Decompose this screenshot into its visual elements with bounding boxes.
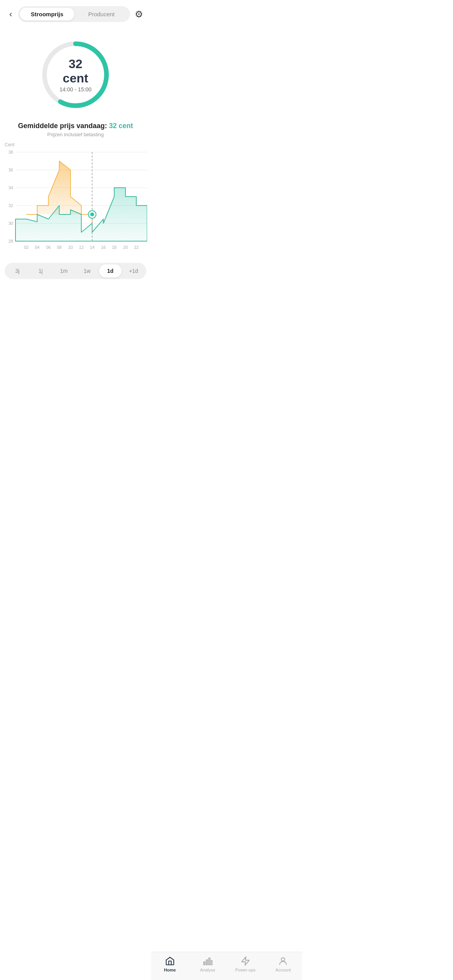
circular-gauge: 32 cent 14:00 - 15:00 [37, 36, 114, 113]
chart-container[interactable]: 38 36 34 32 30 28 [4, 148, 147, 257]
avg-section: Gemiddelde prijs vandaag: 32 cent Prijze… [0, 117, 151, 139]
settings-icon[interactable]: ⚙ [135, 9, 143, 20]
svg-text:16: 16 [101, 245, 106, 250]
chart-svg: 38 36 34 32 30 28 [4, 148, 147, 257]
gauge-center: 32 cent 14:00 - 15:00 [56, 57, 95, 93]
chart-y-label: Cent [4, 142, 147, 147]
svg-text:08: 08 [57, 245, 62, 250]
period-btn-plus1d[interactable]: +1d [122, 264, 145, 278]
period-section: 3j 1j 1m 1w 1d +1d [0, 257, 151, 285]
view-toggle: Stroomprijs Producent [18, 6, 130, 22]
svg-text:14: 14 [90, 245, 94, 250]
svg-text:18: 18 [112, 245, 117, 250]
avg-subtitle: Prijzen inclusief belasting [8, 132, 143, 137]
svg-text:06: 06 [46, 245, 51, 250]
svg-text:12: 12 [79, 245, 84, 250]
avg-price-label: Gemiddelde prijs vandaag: [18, 122, 109, 130]
svg-point-16 [90, 212, 94, 216]
gauge-time: 14:00 - 15:00 [56, 86, 95, 93]
avg-price-value: 32 cent [109, 122, 133, 130]
svg-text:22: 22 [134, 245, 139, 250]
gauge-section: 32 cent 14:00 - 15:00 [0, 28, 151, 117]
toggle-producent[interactable]: Producent [74, 8, 129, 21]
period-btn-3j[interactable]: 3j [6, 264, 29, 278]
chart-section: Cent 38 36 34 [0, 139, 151, 257]
toggle-stroomprijs[interactable]: Stroomprijs [20, 8, 74, 21]
svg-text:38: 38 [9, 150, 13, 154]
back-button[interactable]: ‹ [8, 8, 14, 21]
svg-text:10: 10 [68, 245, 73, 250]
period-btn-1m[interactable]: 1m [53, 264, 75, 278]
svg-text:32: 32 [9, 203, 13, 208]
avg-price-text: Gemiddelde prijs vandaag: 32 cent [8, 122, 143, 130]
svg-text:28: 28 [9, 239, 13, 243]
period-btn-1j[interactable]: 1j [29, 264, 52, 278]
header: ‹ Stroomprijs Producent ⚙ [0, 0, 151, 28]
period-btn-1d[interactable]: 1d [99, 264, 122, 278]
svg-text:04: 04 [35, 245, 39, 250]
gauge-value: 32 cent [56, 57, 95, 86]
period-btn-1w[interactable]: 1w [76, 264, 98, 278]
period-bar: 3j 1j 1m 1w 1d +1d [5, 263, 146, 279]
svg-text:02: 02 [24, 245, 29, 250]
svg-text:30: 30 [9, 221, 13, 226]
svg-text:20: 20 [123, 245, 128, 250]
svg-text:34: 34 [9, 185, 13, 190]
svg-text:36: 36 [9, 168, 13, 172]
